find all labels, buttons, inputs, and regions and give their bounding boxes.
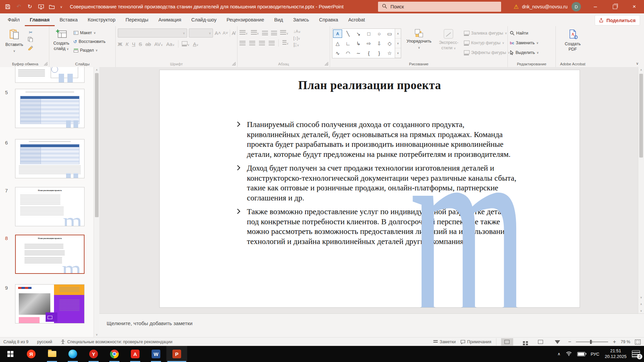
justify-button[interactable]	[269, 41, 275, 45]
font-size-combo[interactable]: ∨	[189, 28, 213, 38]
shape-outline-button[interactable]: Контур фигуры ∨	[464, 39, 510, 47]
numbering-button[interactable]: ∨	[251, 30, 259, 36]
battery-icon[interactable]	[577, 352, 585, 356]
clear-formatting-icon[interactable]: A̸	[232, 30, 235, 36]
view-slide-sorter-button[interactable]	[518, 338, 530, 346]
section-button[interactable]: Раздел ∨	[73, 47, 106, 54]
language-abbr[interactable]: РУС	[591, 352, 599, 357]
underline-button[interactable]: Ч	[132, 41, 135, 47]
font-color-button[interactable]: А∨	[193, 41, 199, 47]
quick-styles-button[interactable]: Экспресс-стили ∨	[437, 28, 460, 51]
align-right-button[interactable]	[259, 41, 265, 45]
font-name-combo[interactable]: ∨	[118, 28, 187, 38]
shape-arc[interactable]: ◠	[343, 48, 353, 58]
columns-button[interactable]: ∨	[282, 40, 289, 46]
paragraph-dialog-launcher-icon[interactable]	[325, 62, 328, 65]
previous-slide-icon[interactable]: ∧	[638, 301, 644, 307]
tab-design[interactable]: Конструктор	[83, 13, 121, 26]
change-case-button[interactable]: Aa∨	[166, 41, 175, 47]
warning-icon[interactable]: ⚠	[514, 3, 519, 10]
reset-button[interactable]: ↺ Восстановить	[73, 38, 106, 45]
taskbar-powerpoint[interactable]: P	[166, 346, 187, 362]
tab-acrobat[interactable]: Acrobat	[343, 13, 370, 26]
italic-button[interactable]: К	[126, 41, 129, 47]
shape-arrow[interactable]: ↘	[353, 29, 364, 39]
shape-curve[interactable]: ∼	[353, 48, 364, 58]
next-slide-icon[interactable]: ∨	[638, 308, 644, 313]
view-normal-button[interactable]	[501, 338, 513, 346]
bullets-button[interactable]: ∨	[239, 30, 248, 36]
arrange-button[interactable]: Упорядочить ∨	[405, 28, 433, 50]
convert-smartart-button[interactable]: ⬱∨	[293, 42, 301, 48]
shapes-more-icon[interactable]: ∨	[395, 48, 401, 58]
thumbnail-slide-5[interactable]	[15, 89, 85, 128]
shapes-gallery[interactable]: A ╲ ↘ □ ○ ▭ △ ∟ ↳ ⇨ ⇩ ◇ ∿	[332, 28, 395, 58]
shape-triangle[interactable]: △	[332, 39, 343, 48]
tab-home[interactable]: Главная	[25, 13, 55, 26]
thumbnail-slide-4-partial[interactable]	[15, 67, 85, 83]
zoom-out-button[interactable]: −	[568, 339, 571, 345]
tab-review[interactable]: Рецензирование	[222, 13, 269, 26]
save-icon[interactable]	[5, 4, 11, 10]
shape-elbow-arrow[interactable]: ↳	[353, 39, 364, 48]
taskbar-chrome[interactable]	[104, 346, 125, 362]
view-slideshow-button[interactable]	[551, 338, 564, 346]
thumbnail-scrollbar[interactable]: ∧ ∨	[94, 67, 99, 337]
restore-button[interactable]	[605, 0, 625, 13]
thumbnail-slide-6[interactable]	[15, 139, 85, 178]
shape-flowchart[interactable]: ◇	[384, 39, 395, 48]
search-box[interactable]: Поиск	[378, 2, 501, 12]
increase-indent-button[interactable]	[271, 31, 277, 35]
share-button[interactable]: Поделиться	[595, 15, 640, 25]
tab-file[interactable]: Файл	[3, 13, 25, 26]
shape-block-arrow-right[interactable]: ⇨	[364, 39, 374, 48]
select-button[interactable]: Выделить ∨	[510, 49, 553, 56]
align-left-button[interactable]	[239, 41, 246, 45]
tab-view[interactable]: Вид	[269, 13, 288, 26]
text-direction-button[interactable]: ↓A∨	[293, 29, 301, 34]
shadow-button[interactable]: S	[139, 41, 142, 47]
notes-placeholder[interactable]: Щелкните, чтобы добавить заметки	[107, 320, 193, 326]
shape-star[interactable]: ☆	[384, 48, 395, 58]
bold-button[interactable]: Ж	[118, 41, 122, 47]
thumbnail-scroll-down-icon[interactable]: ∨	[94, 332, 99, 337]
wifi-icon[interactable]	[566, 351, 572, 357]
line-spacing-button[interactable]: ∨	[280, 30, 288, 36]
redo-icon[interactable]: ↻	[27, 4, 33, 10]
open-folder-icon[interactable]	[49, 4, 55, 10]
shape-rounded-rectangle[interactable]: ▭	[384, 29, 395, 39]
shape-block-arrow-down[interactable]: ⇩	[374, 39, 384, 48]
start-slideshow-icon[interactable]	[38, 4, 44, 10]
zoom-slider-thumb[interactable]	[590, 340, 592, 344]
thumbnail-slide-7[interactable]: План реализации проекта m	[15, 187, 85, 226]
find-button[interactable]: Найти	[510, 29, 553, 37]
tab-animations[interactable]: Анимация	[153, 13, 186, 26]
thumbnail-slide-8-selected[interactable]: План реализации проекта m	[15, 235, 85, 274]
taskbar-word[interactable]: W	[146, 346, 166, 362]
cut-icon[interactable]: ✂	[28, 30, 34, 35]
slide-canvas[interactable]: План реализации проекта Планируемый спос…	[159, 70, 580, 308]
shapes-gallery-scrollbar[interactable]: ∧ ∨ ∨	[395, 28, 401, 58]
minimize-button[interactable]: –	[586, 0, 605, 13]
fit-slide-to-window-icon[interactable]	[635, 340, 641, 345]
font-dialog-launcher-icon[interactable]	[232, 62, 235, 65]
close-button[interactable]: ×	[625, 0, 644, 13]
taskbar-edge[interactable]	[62, 346, 83, 362]
format-painter-icon[interactable]	[28, 45, 34, 52]
shape-effects-button[interactable]: Эффекты фигуры ∨	[464, 49, 510, 56]
taskbar-yandex-browser[interactable]: Y	[83, 346, 104, 362]
slide-indicator[interactable]: Слайд 8 из 9	[3, 340, 29, 344]
new-slide-button[interactable]: Создать слайд ∨	[51, 28, 71, 54]
avatar[interactable]: D	[572, 2, 581, 11]
shapes-scroll-up-icon[interactable]: ∧	[395, 29, 401, 39]
customize-qat-chevron-icon[interactable]: ∨	[60, 5, 62, 9]
shapes-scroll-down-icon[interactable]: ∨	[395, 39, 401, 48]
start-button[interactable]	[0, 346, 21, 362]
shape-fill-button[interactable]: Заливка фигуры ∨	[464, 29, 510, 37]
zoom-slider[interactable]	[576, 342, 608, 342]
layout-button[interactable]: Макет ∨	[73, 29, 106, 37]
paste-button[interactable]: Вставить ∨	[3, 28, 25, 54]
editor-scroll-thumb[interactable]	[639, 74, 643, 158]
thumbnail-scroll-thumb[interactable]	[95, 73, 99, 217]
tab-record[interactable]: Запись	[288, 13, 314, 26]
